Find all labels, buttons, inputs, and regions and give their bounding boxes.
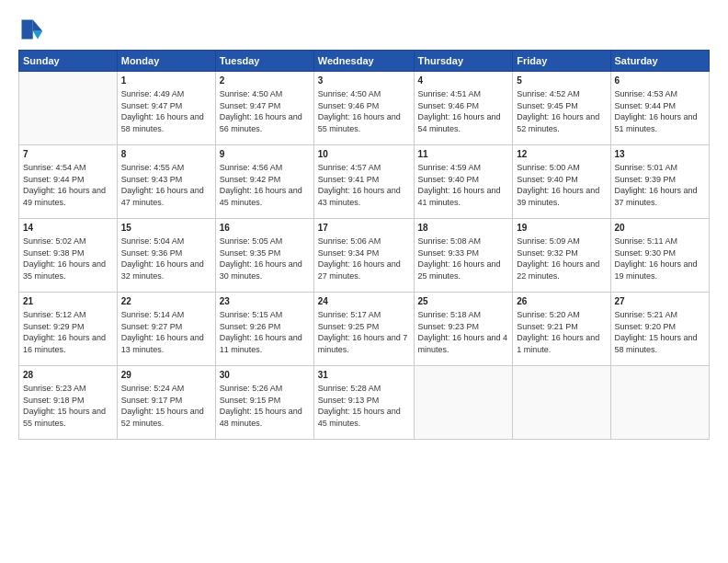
day-number: 2 <box>220 75 310 87</box>
day-info: Sunrise: 5:04 AM Sunset: 9:36 PM Dayligh… <box>121 236 211 282</box>
day-info: Sunrise: 5:26 AM Sunset: 9:15 PM Dayligh… <box>220 383 310 429</box>
day-cell: 26Sunrise: 5:20 AM Sunset: 9:21 PM Dayli… <box>513 293 610 366</box>
week-row-1: 1Sunrise: 4:49 AM Sunset: 9:47 PM Daylig… <box>19 72 710 145</box>
day-info: Sunrise: 4:52 AM Sunset: 9:45 PM Dayligh… <box>517 88 606 134</box>
day-cell: 29Sunrise: 5:24 AM Sunset: 9:17 PM Dayli… <box>117 366 215 440</box>
day-info: Sunrise: 5:14 AM Sunset: 9:27 PM Dayligh… <box>121 309 211 355</box>
day-cell: 22Sunrise: 5:14 AM Sunset: 9:27 PM Dayli… <box>117 293 215 366</box>
day-info: Sunrise: 5:20 AM Sunset: 9:21 PM Dayligh… <box>517 309 606 355</box>
day-cell: 27Sunrise: 5:21 AM Sunset: 9:20 PM Dayli… <box>610 293 709 366</box>
day-cell: 9Sunrise: 4:56 AM Sunset: 9:42 PM Daylig… <box>215 145 313 219</box>
day-number: 1 <box>121 75 211 87</box>
day-cell: 28Sunrise: 5:23 AM Sunset: 9:18 PM Dayli… <box>19 366 118 440</box>
day-number: 13 <box>615 148 705 161</box>
day-number: 31 <box>318 369 410 382</box>
day-cell: 16Sunrise: 5:05 AM Sunset: 9:35 PM Dayli… <box>215 219 313 293</box>
day-number: 21 <box>23 295 113 308</box>
day-number: 16 <box>220 222 310 235</box>
day-info: Sunrise: 5:01 AM Sunset: 9:39 PM Dayligh… <box>615 162 705 208</box>
day-cell: 31Sunrise: 5:28 AM Sunset: 9:13 PM Dayli… <box>313 366 414 440</box>
day-cell: 15Sunrise: 5:04 AM Sunset: 9:36 PM Dayli… <box>117 219 215 293</box>
day-cell <box>513 366 610 440</box>
week-row-3: 14Sunrise: 5:02 AM Sunset: 9:38 PM Dayli… <box>19 219 710 293</box>
col-header-thursday: Thursday <box>414 51 513 72</box>
day-info: Sunrise: 5:28 AM Sunset: 9:13 PM Dayligh… <box>318 383 410 429</box>
day-number: 18 <box>418 222 509 235</box>
day-number: 24 <box>318 295 410 308</box>
day-cell: 1Sunrise: 4:49 AM Sunset: 9:47 PM Daylig… <box>117 72 215 145</box>
day-number: 28 <box>23 369 113 382</box>
day-number: 3 <box>318 75 410 87</box>
day-cell: 17Sunrise: 5:06 AM Sunset: 9:34 PM Dayli… <box>313 219 414 293</box>
day-cell: 19Sunrise: 5:09 AM Sunset: 9:32 PM Dayli… <box>513 219 610 293</box>
day-number: 19 <box>517 222 606 235</box>
day-info: Sunrise: 5:18 AM Sunset: 9:23 PM Dayligh… <box>418 309 509 355</box>
day-info: Sunrise: 5:00 AM Sunset: 9:40 PM Dayligh… <box>517 162 606 208</box>
week-row-2: 7Sunrise: 4:54 AM Sunset: 9:44 PM Daylig… <box>19 145 710 219</box>
logo <box>18 17 48 42</box>
day-info: Sunrise: 5:02 AM Sunset: 9:38 PM Dayligh… <box>23 236 113 282</box>
day-number: 27 <box>615 295 705 308</box>
day-cell <box>19 72 118 145</box>
day-cell: 6Sunrise: 4:53 AM Sunset: 9:44 PM Daylig… <box>610 72 709 145</box>
day-info: Sunrise: 5:17 AM Sunset: 9:25 PM Dayligh… <box>318 309 410 355</box>
day-info: Sunrise: 5:06 AM Sunset: 9:34 PM Dayligh… <box>318 236 410 282</box>
day-number: 11 <box>418 148 509 161</box>
day-info: Sunrise: 4:55 AM Sunset: 9:43 PM Dayligh… <box>121 162 211 208</box>
day-info: Sunrise: 5:15 AM Sunset: 9:26 PM Dayligh… <box>220 309 310 355</box>
day-cell: 21Sunrise: 5:12 AM Sunset: 9:29 PM Dayli… <box>19 293 118 366</box>
svg-marker-1 <box>33 31 43 40</box>
day-cell: 12Sunrise: 5:00 AM Sunset: 9:40 PM Dayli… <box>513 145 610 219</box>
header <box>18 17 710 42</box>
page: SundayMondayTuesdayWednesdayThursdayFrid… <box>0 0 728 563</box>
day-cell: 25Sunrise: 5:18 AM Sunset: 9:23 PM Dayli… <box>414 293 513 366</box>
day-cell: 18Sunrise: 5:08 AM Sunset: 9:33 PM Dayli… <box>414 219 513 293</box>
header-row: SundayMondayTuesdayWednesdayThursdayFrid… <box>19 51 710 72</box>
day-info: Sunrise: 4:51 AM Sunset: 9:46 PM Dayligh… <box>418 88 509 134</box>
day-cell: 30Sunrise: 5:26 AM Sunset: 9:15 PM Dayli… <box>215 366 313 440</box>
day-cell <box>414 366 513 440</box>
day-info: Sunrise: 5:08 AM Sunset: 9:33 PM Dayligh… <box>418 236 509 282</box>
day-cell: 8Sunrise: 4:55 AM Sunset: 9:43 PM Daylig… <box>117 145 215 219</box>
day-number: 23 <box>220 295 310 308</box>
day-cell: 4Sunrise: 4:51 AM Sunset: 9:46 PM Daylig… <box>414 72 513 145</box>
day-info: Sunrise: 4:57 AM Sunset: 9:41 PM Dayligh… <box>318 162 410 208</box>
day-info: Sunrise: 4:50 AM Sunset: 9:47 PM Dayligh… <box>220 88 310 134</box>
day-info: Sunrise: 4:53 AM Sunset: 9:44 PM Dayligh… <box>615 88 705 134</box>
day-info: Sunrise: 4:59 AM Sunset: 9:40 PM Dayligh… <box>418 162 509 208</box>
day-number: 26 <box>517 295 606 308</box>
col-header-saturday: Saturday <box>610 51 709 72</box>
day-info: Sunrise: 5:11 AM Sunset: 9:30 PM Dayligh… <box>615 236 705 282</box>
col-header-wednesday: Wednesday <box>313 51 414 72</box>
week-row-4: 21Sunrise: 5:12 AM Sunset: 9:29 PM Dayli… <box>19 293 710 366</box>
day-cell <box>610 366 709 440</box>
day-cell: 7Sunrise: 4:54 AM Sunset: 9:44 PM Daylig… <box>19 145 118 219</box>
day-number: 25 <box>418 295 509 308</box>
day-cell: 20Sunrise: 5:11 AM Sunset: 9:30 PM Dayli… <box>610 219 709 293</box>
day-cell: 3Sunrise: 4:50 AM Sunset: 9:46 PM Daylig… <box>313 72 414 145</box>
svg-rect-2 <box>22 20 33 40</box>
day-number: 29 <box>121 369 211 382</box>
day-info: Sunrise: 5:23 AM Sunset: 9:18 PM Dayligh… <box>23 383 113 429</box>
logo-icon <box>18 17 44 42</box>
day-info: Sunrise: 4:50 AM Sunset: 9:46 PM Dayligh… <box>318 88 410 134</box>
day-info: Sunrise: 5:09 AM Sunset: 9:32 PM Dayligh… <box>517 236 606 282</box>
svg-marker-0 <box>33 20 43 31</box>
day-number: 6 <box>615 75 705 87</box>
day-cell: 5Sunrise: 4:52 AM Sunset: 9:45 PM Daylig… <box>513 72 610 145</box>
day-cell: 11Sunrise: 4:59 AM Sunset: 9:40 PM Dayli… <box>414 145 513 219</box>
day-number: 5 <box>517 75 606 87</box>
col-header-sunday: Sunday <box>19 51 118 72</box>
calendar-table: SundayMondayTuesdayWednesdayThursdayFrid… <box>18 50 710 440</box>
day-info: Sunrise: 4:56 AM Sunset: 9:42 PM Dayligh… <box>220 162 310 208</box>
day-number: 22 <box>121 295 211 308</box>
day-number: 17 <box>318 222 410 235</box>
day-number: 20 <box>615 222 705 235</box>
day-cell: 23Sunrise: 5:15 AM Sunset: 9:26 PM Dayli… <box>215 293 313 366</box>
day-info: Sunrise: 4:54 AM Sunset: 9:44 PM Dayligh… <box>23 162 113 208</box>
day-cell: 10Sunrise: 4:57 AM Sunset: 9:41 PM Dayli… <box>313 145 414 219</box>
day-number: 4 <box>418 75 509 87</box>
col-header-tuesday: Tuesday <box>215 51 313 72</box>
day-number: 8 <box>121 148 211 161</box>
day-info: Sunrise: 5:12 AM Sunset: 9:29 PM Dayligh… <box>23 309 113 355</box>
